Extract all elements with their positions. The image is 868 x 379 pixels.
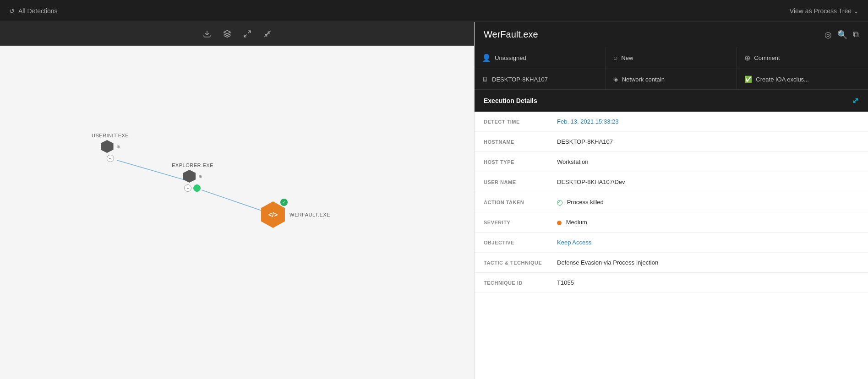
download-button[interactable] (201, 27, 213, 40)
monitor-icon: 🖥 (482, 76, 488, 83)
user-name-value: DESKTOP-8KHA107\Dev (557, 179, 859, 185)
detect-time-value: Feb. 13, 2021 15:33:23 (557, 118, 859, 125)
create-ioa-button[interactable]: ✅ Create IOA exclus... (737, 69, 868, 89)
network-contain-label: Network contain (622, 76, 665, 83)
svg-line-3 (244, 34, 246, 37)
panel-header-icons: ◎ 🔍 ⧉ (824, 30, 859, 40)
collapse-button[interactable] (261, 27, 274, 40)
network-icon: ◈ (613, 76, 618, 83)
userinit-label: USERINIT.EXE (92, 133, 129, 138)
explorer-node[interactable]: EXPLORER.EXE ⊕ − (172, 162, 213, 192)
host-type-value: Workstation (557, 158, 859, 165)
werfault-hex-icon: </> (261, 201, 285, 228)
right-panel: WerFault.exe ◎ 🔍 ⧉ 👤 Unassigned ○ New ⊕ … (474, 22, 868, 379)
panel-title: WerFault.exe (484, 29, 538, 40)
check-circle-icon: ✅ (744, 76, 752, 83)
view-process-tree-label: View as Process Tree (790, 7, 852, 15)
host-type-label: HOST TYPE (484, 158, 557, 165)
werfault-node[interactable]: ✓ </> WERFAULT.EXE (261, 201, 330, 228)
tactic-part2[interactable]: Process Injection (613, 259, 658, 266)
severity-label: SEVERITY (484, 219, 557, 225)
objective-value[interactable]: Keep Access (557, 239, 859, 246)
userinit-node[interactable]: USERINIT.EXE ⊕ − (92, 133, 129, 162)
svg-line-5 (264, 33, 268, 37)
device-row: 🖥 DESKTOP-8KHA107 ◈ Network contain ✅ Cr… (475, 69, 868, 90)
graph-area: USERINIT.EXE ⊕ − EXPLORER.EXE ⊕ − (0, 22, 474, 379)
userinit-minus-btn[interactable]: − (107, 155, 114, 162)
hostname-row: HOSTNAME DESKTOP-8KHA107 (475, 132, 868, 152)
explorer-minus-btn[interactable]: − (184, 184, 191, 192)
userinit-cube-icon (101, 140, 114, 153)
severity-row: SEVERITY Medium (475, 212, 868, 233)
back-button[interactable]: ↺ All Detections (9, 7, 58, 15)
detect-time-label: DETECT TIME (484, 118, 557, 125)
plus-circle-icon: ⊕ (744, 54, 750, 62)
objective-label: OBJECTIVE (484, 239, 557, 245)
panel-header: WerFault.exe ◎ 🔍 ⧉ (475, 22, 868, 47)
tactic-value: Defense Evasion via Process Injection (557, 259, 859, 266)
execution-details-title: Execution Details (484, 97, 537, 104)
explorer-plus-btn[interactable] (193, 184, 201, 192)
host-type-row: HOST TYPE Workstation (475, 152, 868, 172)
werfault-badge: ✓ (280, 199, 288, 206)
severity-dot-icon (557, 221, 562, 225)
assign-button[interactable]: 👤 Unassigned (475, 47, 606, 69)
comment-button[interactable]: ⊕ Comment (737, 47, 868, 69)
network-contain-button[interactable]: ◈ Network contain (606, 69, 737, 89)
expand-button[interactable] (241, 27, 254, 40)
tactic-part1[interactable]: Defense Evasion (557, 259, 602, 266)
objective-row: OBJECTIVE Keep Access (475, 233, 868, 253)
comment-label: Comment (754, 54, 780, 61)
action-taken-row: ACTION TAKEN Process killed (475, 192, 868, 212)
person-icon: 👤 (482, 54, 491, 62)
tactic-row: TACTIC & TECHNIQUE Defense Evasion via P… (475, 253, 868, 273)
back-label: All Detections (18, 7, 58, 15)
hostname-value: DESKTOP-8KHA107 (557, 138, 859, 145)
details-table: DETECT TIME Feb. 13, 2021 15:33:23 HOSTN… (475, 112, 868, 379)
search-icon[interactable]: 🔍 (837, 30, 847, 40)
action-row: 👤 Unassigned ○ New ⊕ Comment (475, 47, 868, 69)
action-check-icon (557, 200, 562, 206)
status-circle-icon: ○ (613, 54, 618, 62)
action-taken-value: Process killed (557, 199, 859, 206)
explorer-label: EXPLORER.EXE (172, 162, 213, 168)
userinit-search-icon: ⊕ (116, 144, 120, 149)
svg-marker-1 (224, 30, 230, 34)
execution-details-header: Execution Details ⤢ (475, 90, 868, 112)
hostname-button[interactable]: 🖥 DESKTOP-8KHA107 (475, 69, 606, 89)
layers-button[interactable] (221, 27, 234, 40)
user-name-row: USER NAME DESKTOP-8KHA107\Dev (475, 172, 868, 192)
hostname-label: HOSTNAME (484, 138, 557, 145)
werfault-label: WERFAULT.EXE (289, 212, 330, 217)
explorer-cube-icon (183, 170, 196, 183)
technique-id-value: T1055 (557, 279, 859, 286)
copy-icon[interactable]: ⧉ (853, 30, 859, 40)
tactic-via: via (602, 259, 613, 266)
graph-toolbar (0, 22, 474, 46)
explorer-search-icon: ⊕ (198, 174, 202, 179)
tactic-label: TACTIC & TECHNIQUE (484, 259, 557, 265)
technique-id-row: TECHNIQUE ID T1055 (475, 273, 868, 293)
create-ioa-label: Create IOA exclus... (756, 76, 809, 83)
severity-value: Medium (557, 219, 859, 226)
hostname-label: DESKTOP-8KHA107 (492, 76, 548, 83)
back-icon: ↺ (9, 7, 15, 15)
userinit-controls: − (107, 155, 114, 162)
user-name-label: USER NAME (484, 179, 557, 185)
explorer-controls: − (184, 184, 201, 192)
status-button[interactable]: ○ New (606, 47, 737, 69)
graph-canvas: USERINIT.EXE ⊕ − EXPLORER.EXE ⊕ − (0, 46, 474, 379)
assign-label: Unassigned (495, 54, 526, 61)
status-label: New (621, 54, 633, 61)
technique-id-label: TECHNIQUE ID (484, 279, 557, 286)
expand-icon[interactable]: ⤢ (852, 96, 859, 106)
circle-icon[interactable]: ◎ (824, 30, 832, 40)
chevron-down-icon: ⌄ (853, 7, 859, 15)
action-taken-label: ACTION TAKEN (484, 199, 557, 205)
view-process-tree-button[interactable]: View as Process Tree ⌄ (790, 7, 859, 15)
detect-time-row: DETECT TIME Feb. 13, 2021 15:33:23 (475, 112, 868, 132)
svg-line-2 (248, 31, 250, 33)
